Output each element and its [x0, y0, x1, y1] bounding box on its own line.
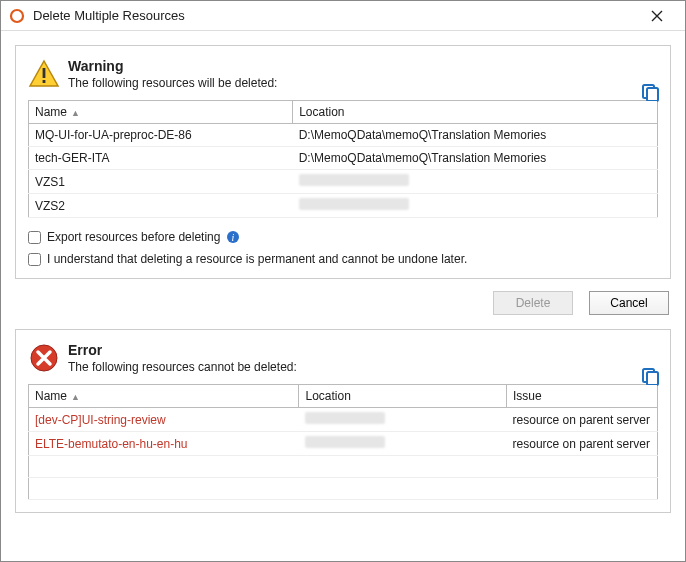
col-name[interactable]: Name▲ — [29, 385, 299, 408]
warning-panel: Warning The following resources will be … — [15, 45, 671, 279]
acknowledge-label: I understand that deleting a resource is… — [47, 252, 467, 266]
redacted-text — [305, 436, 385, 448]
table-row — [29, 478, 658, 500]
cell-name: ELTE-bemutato-en-hu-en-hu — [29, 432, 299, 456]
table-row[interactable]: VZS2 — [29, 194, 658, 218]
error-panel: Error The following resources cannot be … — [15, 329, 671, 513]
redacted-text — [299, 174, 409, 186]
redacted-text — [299, 198, 409, 210]
cell-issue: resource on parent server — [507, 432, 658, 456]
cell-location — [299, 432, 507, 456]
cell-location — [293, 194, 658, 218]
cell-name: tech-GER-ITA — [29, 147, 293, 170]
svg-rect-2 — [43, 68, 46, 78]
col-name[interactable]: Name▲ — [29, 101, 293, 124]
error-table: Name▲ Location Issue [dev-CP]UI-string-r… — [28, 384, 658, 500]
cell-location: D:\MemoQData\memoQ\Translation Memories — [293, 124, 658, 147]
acknowledge-row: I understand that deleting a resource is… — [28, 252, 658, 266]
svg-rect-5 — [647, 88, 658, 101]
svg-rect-3 — [43, 80, 46, 83]
warning-table: Name▲ Location MQ-UI-for-UA-preproc-DE-8… — [28, 100, 658, 218]
acknowledge-checkbox[interactable] — [28, 253, 41, 266]
cell-name: VZS2 — [29, 194, 293, 218]
cell-name: VZS1 — [29, 170, 293, 194]
info-icon[interactable]: i — [226, 230, 240, 244]
warning-subtext: The following resources will be deleted: — [68, 76, 658, 90]
svg-text:i: i — [232, 232, 235, 243]
dialog-content: Warning The following resources will be … — [1, 31, 685, 533]
cell-name: [dev-CP]UI-string-review — [29, 408, 299, 432]
export-before-delete-checkbox[interactable] — [28, 231, 41, 244]
export-before-delete-label: Export resources before deleting — [47, 230, 220, 244]
cell-location — [299, 408, 507, 432]
warning-heading: Warning — [68, 58, 658, 74]
cell-name: MQ-UI-for-UA-preproc-DE-86 — [29, 124, 293, 147]
error-subtext: The following resources cannot be delete… — [68, 360, 658, 374]
col-location[interactable]: Location — [293, 101, 658, 124]
window-title: Delete Multiple Resources — [33, 8, 185, 23]
svg-point-0 — [11, 10, 23, 22]
warning-header: Warning The following resources will be … — [28, 58, 658, 90]
svg-rect-10 — [647, 372, 658, 385]
app-icon — [9, 8, 25, 24]
titlebar: Delete Multiple Resources — [1, 1, 685, 31]
table-row — [29, 456, 658, 478]
cancel-button[interactable]: Cancel — [589, 291, 669, 315]
table-row[interactable]: VZS1 — [29, 170, 658, 194]
error-icon — [28, 342, 60, 374]
button-row: Delete Cancel — [17, 291, 669, 315]
export-before-delete-row: Export resources before deleting i — [28, 230, 658, 244]
cell-location: D:\MemoQData\memoQ\Translation Memories — [293, 147, 658, 170]
redacted-text — [305, 412, 385, 424]
cell-location — [293, 170, 658, 194]
warning-icon — [28, 58, 60, 90]
error-heading: Error — [68, 342, 658, 358]
table-row[interactable]: MQ-UI-for-UA-preproc-DE-86D:\MemoQData\m… — [29, 124, 658, 147]
error-header: Error The following resources cannot be … — [28, 342, 658, 374]
col-issue[interactable]: Issue — [507, 385, 658, 408]
window-close-button[interactable] — [637, 2, 677, 30]
cell-issue: resource on parent server — [507, 408, 658, 432]
table-row[interactable]: tech-GER-ITAD:\MemoQData\memoQ\Translati… — [29, 147, 658, 170]
delete-button[interactable]: Delete — [493, 291, 573, 315]
sort-asc-icon: ▲ — [71, 392, 80, 402]
col-location[interactable]: Location — [299, 385, 507, 408]
table-row[interactable]: ELTE-bemutato-en-hu-en-huresource on par… — [29, 432, 658, 456]
sort-asc-icon: ▲ — [71, 108, 80, 118]
table-row[interactable]: [dev-CP]UI-string-reviewresource on pare… — [29, 408, 658, 432]
